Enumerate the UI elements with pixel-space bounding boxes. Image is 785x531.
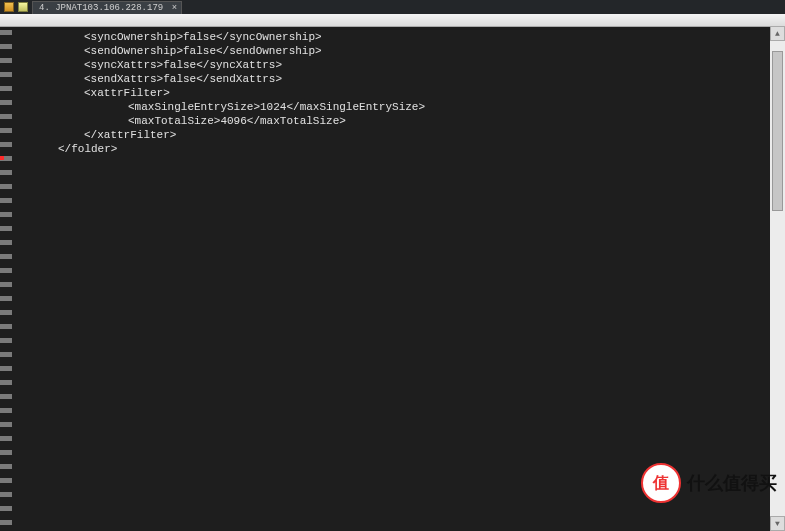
- tab-active[interactable]: 4. JPNAT103.106.228.179 ×: [32, 1, 182, 14]
- fold-gutter[interactable]: [0, 30, 12, 531]
- title-bar: 4. JPNAT103.106.228.179 ×: [0, 0, 785, 14]
- tab-title: 4. JPNAT103.106.228.179: [39, 3, 163, 13]
- code-line[interactable]: <maxSingleEntrySize>1024</maxSingleEntry…: [18, 100, 785, 114]
- close-icon[interactable]: ×: [172, 3, 177, 13]
- editor[interactable]: <syncOwnership>false</syncOwnership><sen…: [0, 27, 785, 531]
- editor-window: 4. JPNAT103.106.228.179 × <syncOwnership…: [0, 0, 785, 531]
- scroll-track[interactable]: [770, 41, 785, 516]
- code-line[interactable]: </xattrFilter>: [18, 128, 785, 142]
- watermark-text: 什么值得买: [687, 471, 777, 495]
- code-line[interactable]: <maxTotalSize>4096</maxTotalSize>: [18, 114, 785, 128]
- watermark: 值 什么值得买: [641, 463, 777, 503]
- scroll-up-button[interactable]: ▲: [770, 26, 785, 41]
- code-line[interactable]: <syncXattrs>false</syncXattrs>: [18, 58, 785, 72]
- file-icon: [4, 2, 14, 12]
- vertical-scrollbar[interactable]: ▲ ▼: [770, 26, 785, 531]
- code-area[interactable]: <syncOwnership>false</syncOwnership><sen…: [0, 27, 785, 156]
- code-line[interactable]: <syncOwnership>false</syncOwnership>: [18, 30, 785, 44]
- code-line[interactable]: </folder>: [18, 142, 785, 156]
- code-line[interactable]: <sendXattrs>false</sendXattrs>: [18, 72, 785, 86]
- scroll-down-button[interactable]: ▼: [770, 516, 785, 531]
- code-line[interactable]: <sendOwnership>false</sendOwnership>: [18, 44, 785, 58]
- watermark-badge: 值: [641, 463, 681, 503]
- toolbar: [0, 14, 785, 27]
- edit-icon: [18, 2, 28, 12]
- scroll-thumb[interactable]: [772, 51, 783, 211]
- code-line[interactable]: <xattrFilter>: [18, 86, 785, 100]
